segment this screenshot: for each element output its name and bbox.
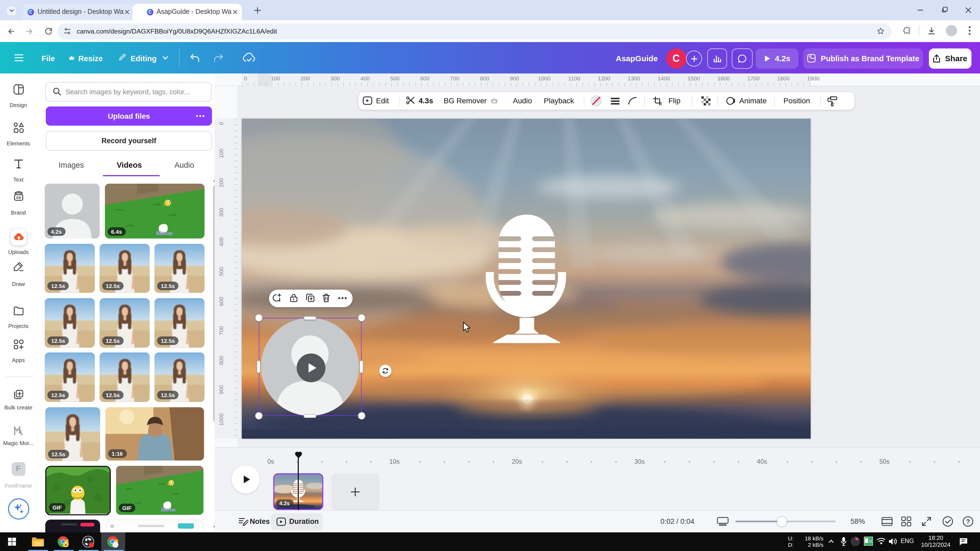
svg-text:co: co bbox=[16, 195, 21, 200]
svg-text:C: C bbox=[148, 10, 151, 14]
svg-text:?: ? bbox=[966, 518, 970, 525]
svg-text:C: C bbox=[29, 10, 32, 14]
